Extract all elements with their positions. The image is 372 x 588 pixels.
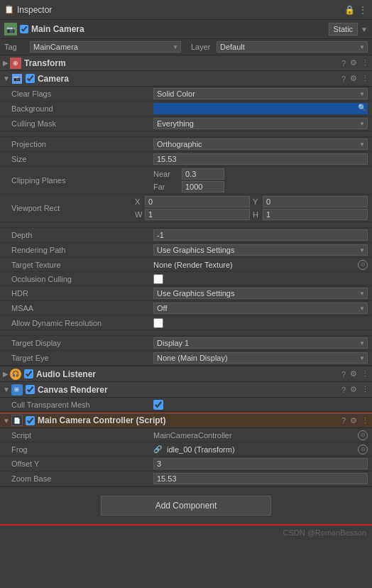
add-component-container: Add Component xyxy=(0,487,372,524)
msaa-select[interactable]: Off xyxy=(153,303,368,314)
layer-select[interactable]: Default xyxy=(217,41,368,53)
main-camera-controller-section-header[interactable]: ▼ 📄 Main Camera Controller (Script) ? ⚙ … xyxy=(0,413,372,428)
lock-icon[interactable]: 🔒 xyxy=(344,5,355,15)
pipette-icon[interactable]: 🔍 xyxy=(358,104,366,111)
canvas-renderer-properties: Cull Transparent Mesh xyxy=(0,398,372,413)
canvas-help-icon[interactable]: ? xyxy=(341,386,346,394)
near-far-group: Near Far xyxy=(153,168,368,192)
camera-settings-icon[interactable]: ⚙ xyxy=(350,74,357,83)
controller-properties: Script MainCameraController ⊙ Frog 🔗 idl… xyxy=(0,428,372,487)
camera-more-icon[interactable]: ⋮ xyxy=(361,74,369,83)
controller-chevron: ▼ xyxy=(3,417,10,425)
camera-chevron: ▼ xyxy=(3,75,10,82)
culling-mask-select-wrapper[interactable]: Everything xyxy=(153,118,368,129)
object-active-checkbox[interactable] xyxy=(20,25,28,33)
rendering-path-select-wrapper[interactable]: Use Graphics Settings xyxy=(153,244,368,256)
target-texture-row: Target Texture None (Render Texture) ⊙ xyxy=(0,258,372,272)
msaa-row: MSAA Off xyxy=(0,301,372,316)
allow-dynamic-resolution-row: Allow Dynamic Resolution xyxy=(0,316,372,330)
far-row: Far xyxy=(153,181,368,192)
camera-help-icon[interactable]: ? xyxy=(341,75,346,83)
clear-flags-select-wrapper[interactable]: Solid Color xyxy=(153,88,368,99)
object-name-input[interactable] xyxy=(31,24,326,34)
controller-settings-icon[interactable]: ⚙ xyxy=(350,416,357,425)
occlusion-culling-row: Occlusion Culling xyxy=(0,272,372,286)
tag-select[interactable]: MainCamera xyxy=(30,41,181,53)
projection-label: Projection xyxy=(11,140,153,148)
audio-more-icon[interactable]: ⋮ xyxy=(361,369,369,379)
canvas-settings-icon[interactable]: ⚙ xyxy=(350,385,357,394)
viewport-rect-row: Viewport Rect X Y W H xyxy=(0,195,372,222)
frog-value: idle_00 (Transform) xyxy=(167,445,352,454)
audio-settings-icon[interactable]: ⚙ xyxy=(350,369,357,379)
canvas-more-icon[interactable]: ⋮ xyxy=(361,385,369,394)
transform-help-icon[interactable]: ? xyxy=(341,59,346,67)
controller-actions: ? ⚙ ⋮ xyxy=(341,416,369,425)
viewport-h-input[interactable] xyxy=(263,209,368,220)
occlusion-culling-checkbox[interactable] xyxy=(153,274,163,284)
far-input[interactable] xyxy=(182,181,224,192)
hdr-select[interactable]: Use Graphics Settings xyxy=(153,288,368,299)
zoom-base-row: Zoom Base xyxy=(0,472,372,486)
inspector-tab-icon: 📋 xyxy=(4,5,14,14)
canvas-renderer-section-header[interactable]: ▼ ⊞ Canvas Renderer ? ⚙ ⋮ xyxy=(0,382,372,398)
camera-section-header[interactable]: ▼ 📷 Camera ? ⚙ ⋮ xyxy=(0,71,372,87)
controller-help-icon[interactable]: ? xyxy=(341,416,346,425)
transform-section-header[interactable]: ▶ ⊕ Transform ? ⚙ ⋮ xyxy=(0,55,372,71)
target-eye-select-wrapper[interactable]: None (Main Display) xyxy=(153,352,368,364)
viewport-wh-row: W H xyxy=(135,209,368,220)
viewport-rect-label: Viewport Rect xyxy=(11,204,135,212)
viewport-y-label: Y xyxy=(253,197,261,206)
target-texture-picker-icon[interactable]: ⊙ xyxy=(358,260,368,270)
script-picker-icon[interactable]: ⊙ xyxy=(358,430,368,440)
tag-select-wrapper[interactable]: MainCamera xyxy=(30,41,181,53)
audio-listener-section-header[interactable]: ▶ 🎧 Audio Listener ? ⚙ ⋮ xyxy=(0,366,372,382)
viewport-xy-row: X Y xyxy=(135,196,368,207)
near-label: Near xyxy=(153,170,179,178)
controller-active-checkbox[interactable] xyxy=(26,416,35,425)
controller-more-icon[interactable]: ⋮ xyxy=(361,416,369,425)
hdr-select-wrapper[interactable]: Use Graphics Settings xyxy=(153,288,368,299)
more-options-icon[interactable]: ⋮ xyxy=(358,4,368,16)
viewport-y-input[interactable] xyxy=(263,196,368,207)
offset-y-label: Offset Y xyxy=(11,459,153,468)
culling-mask-select[interactable]: Everything xyxy=(153,118,368,129)
occlusion-culling-label: Occlusion Culling xyxy=(11,275,153,283)
canvas-renderer-active-checkbox[interactable] xyxy=(26,385,35,394)
frog-picker-icon[interactable]: ⊙ xyxy=(358,445,368,454)
target-eye-select[interactable]: None (Main Display) xyxy=(153,352,368,364)
target-display-select-wrapper[interactable]: Display 1 xyxy=(153,337,368,349)
camera-properties: Clear Flags Solid Color Background 🔍 Cul… xyxy=(0,87,372,366)
clear-flags-select[interactable]: Solid Color xyxy=(153,88,368,99)
near-input[interactable] xyxy=(182,168,224,180)
background-label: Background xyxy=(11,104,153,113)
audio-listener-active-checkbox[interactable] xyxy=(24,369,33,379)
transform-settings-icon[interactable]: ⚙ xyxy=(350,58,357,67)
offset-y-input[interactable] xyxy=(153,458,368,469)
transform-chevron: ▶ xyxy=(3,59,9,67)
zoom-base-input[interactable] xyxy=(153,473,368,484)
static-dropdown-icon[interactable]: ▼ xyxy=(361,26,368,33)
script-value: MainCameraController xyxy=(153,431,352,440)
canvas-renderer-actions: ? ⚙ ⋮ xyxy=(341,385,369,394)
static-button[interactable]: Static xyxy=(329,23,359,36)
allow-dynamic-resolution-label: Allow Dynamic Resolution xyxy=(11,319,153,327)
cull-transparent-checkbox[interactable] xyxy=(153,400,163,410)
add-component-button[interactable]: Add Component xyxy=(101,496,271,516)
msaa-select-wrapper[interactable]: Off xyxy=(153,303,368,314)
layer-select-wrapper[interactable]: Default xyxy=(217,41,368,53)
viewport-w-input[interactable] xyxy=(145,209,250,220)
target-display-select[interactable]: Display 1 xyxy=(153,337,368,349)
audio-help-icon[interactable]: ? xyxy=(341,370,346,379)
depth-input[interactable] xyxy=(153,229,368,241)
projection-select[interactable]: Orthographic xyxy=(153,138,368,150)
rendering-path-select[interactable]: Use Graphics Settings xyxy=(153,244,368,256)
allow-dynamic-resolution-checkbox[interactable] xyxy=(153,318,163,328)
viewport-x-input[interactable] xyxy=(145,196,250,207)
background-color-field[interactable]: 🔍 xyxy=(153,103,368,114)
size-input[interactable] xyxy=(153,153,368,165)
clear-flags-row: Clear Flags Solid Color xyxy=(0,87,372,102)
transform-more-icon[interactable]: ⋮ xyxy=(361,58,369,67)
projection-select-wrapper[interactable]: Orthographic xyxy=(153,138,368,150)
camera-active-checkbox[interactable] xyxy=(26,74,35,83)
